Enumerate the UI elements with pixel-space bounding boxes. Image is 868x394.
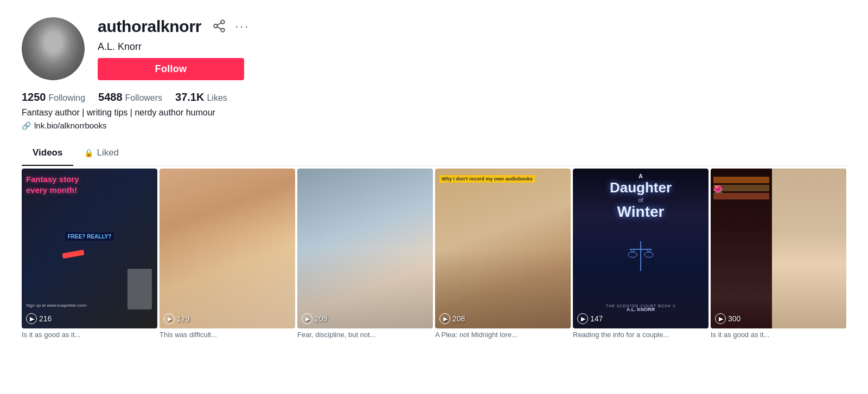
count-6: 300 <box>728 314 741 323</box>
count-2: 179 <box>177 314 189 323</box>
share-icon[interactable] <box>212 19 227 34</box>
play-icon-4: ▶ <box>439 313 450 324</box>
daughter-title-of: of <box>573 197 709 203</box>
video-thumb-2: ▶ 179 <box>159 169 295 328</box>
video-caption-3: Fear, discipline, but not... <box>297 328 433 339</box>
video-caption-2: This was difficult... <box>159 328 295 339</box>
avatar-image <box>22 17 85 80</box>
video-card-5[interactable]: A Daughter of Winter THE SCENTED COURT B… <box>573 169 709 339</box>
followers-label: Followers <box>125 93 162 103</box>
bio: Fantasy author | writing tips | nerdy au… <box>22 108 846 118</box>
video-card-3[interactable]: ▶ 209 Fear, discipline, but not... <box>297 169 433 339</box>
tab-videos[interactable]: Videos <box>22 141 73 166</box>
count-5: 147 <box>590 314 603 323</box>
flower-decoration: 🌺 <box>713 185 723 193</box>
tab-videos-label: Videos <box>33 147 62 158</box>
video-caption-1: Is it as good as it... <box>22 328 157 339</box>
fantasy-line1: Fantasy story <box>26 174 79 185</box>
video-card-6[interactable]: Thank You! 🌺 ▶ 300 Is it as good as it..… <box>711 169 846 339</box>
video-count-3: ▶ 209 <box>302 313 327 324</box>
profile-top-row: authoralknorr ··· <box>98 17 846 36</box>
likes-stat: 37.1K Likes <box>175 91 227 104</box>
book-row-3 <box>713 193 769 199</box>
video-count-2: ▶ 179 <box>164 313 189 324</box>
arrow-decoration <box>62 250 84 259</box>
why-text-container: Why I don't record my own audiobooks <box>439 173 566 183</box>
video-count-1: ▶ 216 <box>26 313 52 324</box>
profile-info: authoralknorr ··· A.L. Knorr F <box>98 17 846 80</box>
video-thumb-1: Fantasy story every month! FREE? REALLY?… <box>22 169 157 328</box>
play-icon-5: ▶ <box>577 313 588 324</box>
profile-link[interactable]: lnk.bio/alknorrbooks <box>34 121 106 130</box>
followers-count: 5488 <box>98 91 123 104</box>
daughter-title-daughter: Daughter <box>573 179 709 196</box>
video-count-4: ▶ 208 <box>439 313 465 324</box>
video-thumb-5: A Daughter of Winter THE SCENTED COURT B… <box>573 169 709 328</box>
profile-link-row: 🔗 lnk.bio/alknorrbooks <box>22 121 846 130</box>
likes-label: Likes <box>207 93 227 103</box>
tab-liked[interactable]: 🔒 Liked <box>73 141 130 166</box>
tab-liked-label: Liked <box>97 147 119 158</box>
author-name-5: A.L. KNORR <box>573 307 709 312</box>
play-icon-6: ▶ <box>715 313 726 324</box>
profile-header: authoralknorr ··· A.L. Knorr F <box>22 17 846 80</box>
link-icon: 🔗 <box>22 121 31 130</box>
svg-point-8 <box>644 252 653 257</box>
video-overlay-text-1: Fantasy story every month! <box>26 174 79 195</box>
video-caption-6: Is it as good as it... <box>711 328 846 339</box>
video-thumb-4: Why I don't record my own audiobooks ▶ 2… <box>435 169 571 328</box>
video-thumb-6: Thank You! 🌺 ▶ 300 <box>711 169 846 328</box>
video-caption-4: A Plea: not Midnight lore... <box>435 328 571 339</box>
follow-button[interactable]: Follow <box>98 58 244 80</box>
svg-point-7 <box>628 252 637 257</box>
profile-actions: ··· <box>212 19 250 34</box>
username: authoralknorr <box>98 17 201 36</box>
following-stat[interactable]: 1250 Following <box>22 91 85 104</box>
lock-icon: 🔒 <box>84 148 93 157</box>
video-count-5: ▶ 147 <box>577 313 603 324</box>
more-options-icon[interactable]: ··· <box>235 21 250 33</box>
play-icon-2: ▶ <box>164 313 175 324</box>
play-icon-3: ▶ <box>302 313 312 324</box>
likes-count: 37.1K <box>175 91 204 104</box>
video-count-6: ▶ 300 <box>715 313 741 324</box>
figure-decoration <box>127 269 152 309</box>
svg-line-4 <box>217 23 221 25</box>
scales-icon <box>627 236 654 279</box>
followers-stat[interactable]: 5488 Followers <box>98 91 162 104</box>
avatar <box>22 17 85 80</box>
count-4: 208 <box>452 314 465 323</box>
play-icon-1: ▶ <box>26 313 37 324</box>
stats-row: 1250 Following 5488 Followers 37.1K Like… <box>22 91 846 104</box>
video-card-2[interactable]: ▶ 179 This was difficult... <box>159 169 295 339</box>
count-1: 216 <box>39 314 52 323</box>
svg-line-3 <box>217 27 221 29</box>
video-card-4[interactable]: Why I don't record my own audiobooks ▶ 2… <box>435 169 571 339</box>
why-text: Why I don't record my own audiobooks <box>439 175 535 183</box>
tabs-section: Videos 🔒 Liked <box>22 141 846 166</box>
following-count: 1250 <box>22 91 46 104</box>
fantasy-line2: every month! <box>26 185 79 196</box>
daughter-title-winter: Winter <box>573 203 709 221</box>
person-area <box>772 169 847 328</box>
following-label: Following <box>49 93 86 103</box>
video-caption-5: Reading the info for a couple... <box>573 328 709 339</box>
book-row-1 <box>713 177 769 183</box>
free-really-text: FREE? REALLY? <box>66 232 114 241</box>
count-3: 209 <box>315 314 327 323</box>
daughter-title-a: A <box>573 173 709 179</box>
display-name: A.L. Knorr <box>98 41 846 53</box>
video-card-1[interactable]: Fantasy story every month! FREE? REALLY?… <box>22 169 157 339</box>
videos-grid: Fantasy story every month! FREE? REALLY?… <box>0 166 868 339</box>
video-thumb-3: ▶ 209 <box>297 169 433 328</box>
